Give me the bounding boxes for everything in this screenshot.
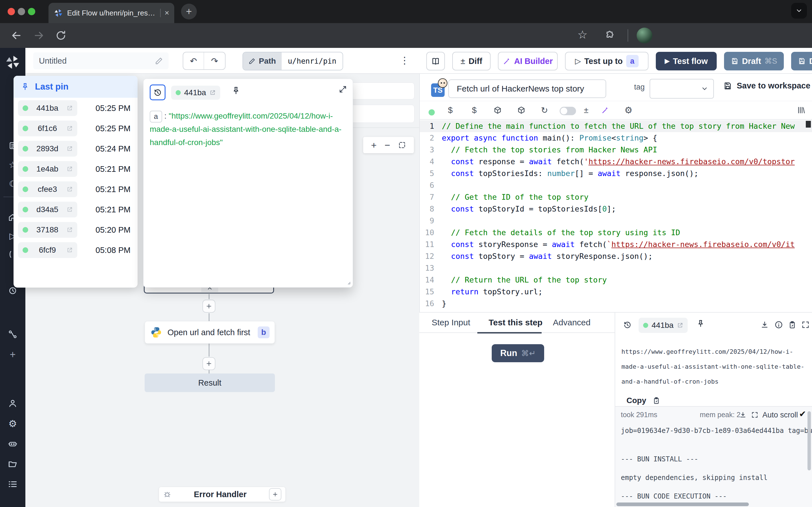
sidebar-item-users[interactable]	[8, 399, 17, 408]
horizontal-scrollbar-thumb[interactable]	[616, 503, 749, 506]
pin-id-pill[interactable]: 6f1c6	[18, 121, 77, 136]
code-line[interactable]: 9	[420, 215, 812, 227]
code-line[interactable]: 1// Define the main function to fetch th…	[420, 120, 812, 132]
code-line[interactable]: 5 const topStoriesIds: number[] = await …	[420, 168, 812, 179]
pin-id-pill[interactable]: 441ba	[171, 86, 220, 100]
external-link-icon[interactable]	[66, 166, 73, 172]
code-line[interactable]: 4 const response = await fetch('https://…	[420, 156, 812, 168]
sidebar-item-routes[interactable]	[8, 330, 17, 339]
expand-log-icon[interactable]	[751, 411, 758, 418]
code-line[interactable]: 16}	[420, 298, 812, 309]
windmill-logo[interactable]	[4, 54, 21, 70]
external-link-icon[interactable]	[209, 90, 216, 96]
vertical-scrollbar-thumb[interactable]	[808, 411, 811, 470]
code-line[interactable]: 2export async function main(): Promise<s…	[420, 132, 812, 144]
new-tab-button[interactable]: +	[181, 4, 197, 19]
auto-scroll-checkbox[interactable]: ✔	[799, 409, 806, 419]
external-link-icon[interactable]	[66, 227, 73, 233]
sidebar-item-folders[interactable]	[8, 459, 17, 469]
expand-icon[interactable]	[339, 85, 347, 94]
browser-tab[interactable]: Edit Flow u/henri/pin_results ×	[49, 3, 174, 23]
result-node[interactable]: Result	[145, 374, 275, 392]
code-line[interactable]: 8 const topStoryId = topStoriesIds[0];	[420, 203, 812, 215]
code-line[interactable]: 15 return topStory.url;	[420, 286, 812, 298]
external-link-icon[interactable]	[66, 186, 73, 192]
tag-select[interactable]	[650, 79, 714, 99]
back-icon[interactable]	[10, 29, 22, 42]
test-up-to-target-badge[interactable]: a	[626, 55, 639, 67]
toggle-switch-off[interactable]	[560, 107, 576, 115]
error-handler-node[interactable]: Error Handler	[159, 487, 286, 502]
pin-id-pill[interactable]: 2893d	[18, 141, 77, 157]
external-link-icon[interactable]	[66, 207, 73, 213]
pin-id-pill[interactable]: d34a5	[18, 202, 77, 217]
macos-minimize-button[interactable]	[18, 8, 25, 15]
draft-button[interactable]: Draft ⌘S	[724, 52, 784, 70]
add-step-button[interactable]	[202, 300, 215, 313]
pin-id-pill[interactable]: cfee3	[18, 181, 77, 197]
json-key-badge[interactable]: a	[150, 111, 162, 122]
sidebar-add-icon[interactable]: +	[8, 350, 17, 359]
assets-icon[interactable]: $	[445, 105, 455, 115]
pin-id-pill[interactable]: 37188	[18, 222, 77, 238]
external-link-icon[interactable]	[677, 322, 683, 328]
external-link-icon[interactable]	[66, 125, 73, 131]
info-icon[interactable]	[774, 321, 783, 329]
sidebar-item-settings[interactable]: ⚙	[8, 419, 17, 429]
code-line[interactable]: 3 // Fetch the top stories from Hacker N…	[420, 144, 812, 156]
run-button[interactable]: Run ⌘↵	[492, 344, 544, 362]
pin-id-pill[interactable]: 1e4ab	[18, 161, 77, 177]
path-control[interactable]: Path u/henri/pin	[243, 52, 343, 70]
extensions-icon[interactable]	[605, 31, 615, 41]
download-log-icon[interactable]	[739, 411, 747, 418]
tab-test-this-step[interactable]: Test this step	[489, 318, 543, 327]
external-link-icon[interactable]	[66, 247, 73, 253]
macos-zoom-button[interactable]	[28, 8, 35, 15]
redo-button[interactable]: ↷	[204, 52, 225, 69]
test-flow-button[interactable]: ▶Test flow	[656, 52, 717, 70]
fullscreen-icon[interactable]	[801, 321, 810, 329]
more-options-icon[interactable]: ⋮	[400, 55, 409, 66]
add-step-button[interactable]	[202, 357, 215, 370]
forward-icon[interactable]	[33, 29, 45, 42]
diff-icon[interactable]: ±	[581, 105, 591, 115]
bookmark-star-icon[interactable]: ☆	[577, 28, 588, 41]
macos-close-button[interactable]	[8, 8, 15, 15]
ai-assistant-icon[interactable]	[600, 105, 610, 115]
tab-step-input[interactable]: Step Input	[432, 318, 470, 327]
copy-button[interactable]: Copy	[626, 396, 660, 405]
code-line[interactable]: 12 const topStory = await storyResponse.…	[420, 250, 812, 262]
pin-icon[interactable]	[232, 86, 241, 95]
history-button[interactable]	[150, 84, 165, 100]
sidebar-item-resources[interactable]	[8, 480, 17, 489]
ai-builder-button[interactable]: AI Builder	[498, 52, 558, 70]
editor-scrollbar-thumb[interactable]	[806, 121, 811, 128]
external-link-icon[interactable]	[66, 105, 73, 111]
docs-button[interactable]	[426, 52, 445, 70]
pin-id-pill[interactable]: 6fcf9	[18, 242, 77, 258]
code-line[interactable]: 7 // Get the ID of the top story	[420, 191, 812, 203]
code-line[interactable]: 14 // Return the URL of the top story	[420, 274, 812, 286]
code-line[interactable]: 11 const storyResponse = await fetch(`ht…	[420, 238, 812, 250]
tab-close-icon[interactable]: ×	[165, 8, 169, 17]
zoom-out-icon[interactable]: −	[385, 140, 390, 151]
tab-search-button[interactable]	[791, 3, 807, 18]
resize-handle[interactable]	[345, 279, 351, 285]
external-link-icon[interactable]	[66, 146, 73, 152]
download-icon[interactable]	[760, 321, 769, 329]
edit-pencil-icon[interactable]	[155, 57, 163, 65]
packages-icon[interactable]	[516, 105, 526, 115]
flow-title-input[interactable]: Untitled	[33, 52, 168, 69]
result-pin-pill[interactable]: 441ba	[639, 318, 688, 333]
reload-icon[interactable]: ↻	[539, 105, 550, 115]
sidebar-item-workers[interactable]	[8, 439, 17, 449]
zoom-in-icon[interactable]: +	[371, 140, 377, 151]
deploy-button[interactable]: Deploy	[791, 52, 812, 70]
python-step-node[interactable]: Open url and fetch first 500 words of ..…	[145, 321, 275, 344]
library-icon[interactable]	[796, 105, 806, 115]
add-error-handler-icon[interactable]	[269, 488, 282, 501]
variables-icon[interactable]: $	[469, 105, 479, 115]
clipboard-icon[interactable]	[788, 321, 797, 329]
reload-icon[interactable]	[55, 30, 66, 41]
avatar[interactable]	[637, 27, 652, 43]
